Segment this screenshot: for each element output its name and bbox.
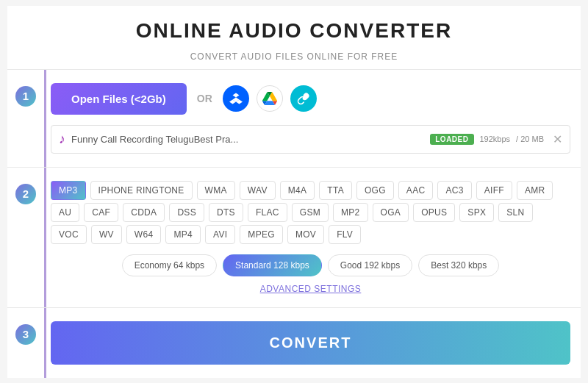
format-tag-aac[interactable]: AAC bbox=[398, 181, 434, 200]
link-icon[interactable] bbox=[290, 85, 317, 112]
page-subtitle: CONVERT AUDIO FILES ONLINE FOR FREE bbox=[7, 47, 581, 69]
format-tag-flv[interactable]: FLV bbox=[329, 225, 361, 244]
loaded-badge: LOADED bbox=[430, 134, 473, 145]
format-tag-opus[interactable]: OPUS bbox=[413, 203, 455, 222]
format-tag-wma[interactable]: WMA bbox=[197, 181, 235, 200]
step-1-number-container: 1 bbox=[7, 70, 44, 167]
format-tag-wav[interactable]: WAV bbox=[240, 181, 276, 200]
google-drive-icon[interactable] bbox=[257, 85, 283, 112]
format-tag-avi[interactable]: AVI bbox=[205, 225, 235, 244]
format-tag-sln[interactable]: SLN bbox=[498, 203, 532, 222]
quality-btn-standard-128-kbps[interactable]: Standard 128 kbps bbox=[223, 254, 322, 276]
format-tag-mp4[interactable]: MP4 bbox=[165, 225, 201, 244]
file-row: ♪ Funny Call Recording TeluguBest Pra...… bbox=[51, 125, 570, 154]
step-1-circle: 1 bbox=[15, 86, 36, 107]
quality-btn-good-192-kbps[interactable]: Good 192 kbps bbox=[328, 254, 412, 276]
format-tag-amr[interactable]: AMR bbox=[517, 181, 553, 200]
open-files-button[interactable]: Open Files (<2Gb) bbox=[51, 83, 187, 115]
format-tag-caf[interactable]: CAF bbox=[84, 203, 118, 222]
quality-btn-best-320-kbps[interactable]: Best 320 kbps bbox=[418, 254, 499, 276]
format-tag-mpeg[interactable]: MPEG bbox=[240, 225, 283, 244]
dropbox-icon[interactable] bbox=[223, 85, 249, 112]
quality-row: Economy 64 kbpsStandard 128 kbpsGood 192… bbox=[51, 254, 570, 276]
step-3-row: 3 CONVERT bbox=[7, 307, 581, 378]
format-tag-flac[interactable]: FLAC bbox=[248, 203, 287, 222]
format-tag-oga[interactable]: OGA bbox=[373, 203, 409, 222]
cloud-icons-group bbox=[223, 85, 317, 112]
format-tag-dss[interactable]: DSS bbox=[169, 203, 204, 222]
format-tag-w64[interactable]: W64 bbox=[126, 225, 162, 244]
format-tag-gsm[interactable]: GSM bbox=[292, 203, 329, 222]
format-tag-au[interactable]: AU bbox=[51, 203, 79, 222]
format-tag-m4a[interactable]: M4A bbox=[280, 181, 315, 200]
format-tag-aiff[interactable]: AIFF bbox=[476, 181, 512, 200]
step-3-content: CONVERT bbox=[44, 308, 581, 378]
step-1-actions: Open Files (<2Gb) OR bbox=[51, 83, 570, 115]
quality-btn-economy-64-kbps[interactable]: Economy 64 kbps bbox=[122, 254, 217, 276]
format-tag-mp3[interactable]: MP3 bbox=[51, 181, 86, 200]
page-title: ONLINE AUDIO CONVERTER bbox=[7, 19, 581, 43]
file-size: / 20 MB bbox=[516, 135, 544, 143]
format-tag-ac3[interactable]: AC3 bbox=[437, 181, 471, 200]
step-2-row: 2 MP3IPHONE RINGTONEWMAWAVM4ATTAOGGAACAC… bbox=[7, 167, 581, 307]
file-name: Funny Call Recording TeluguBest Pra... bbox=[71, 134, 424, 145]
format-grid: MP3IPHONE RINGTONEWMAWAVM4ATTAOGGAACAC3A… bbox=[51, 181, 570, 244]
file-bitrate: 192kbps bbox=[480, 135, 511, 143]
step-2-number-container: 2 bbox=[7, 168, 44, 307]
format-tag-ogg[interactable]: OGG bbox=[356, 181, 394, 200]
format-tag-mov[interactable]: MOV bbox=[287, 225, 324, 244]
format-tag-mp2[interactable]: MP2 bbox=[333, 203, 368, 222]
format-tag-cdda[interactable]: CDDA bbox=[123, 203, 165, 222]
file-icon: ♪ bbox=[59, 132, 65, 147]
step-2-circle: 2 bbox=[15, 184, 36, 204]
step-3-circle: 3 bbox=[15, 324, 36, 345]
format-tag-dts[interactable]: DTS bbox=[209, 203, 243, 222]
format-tag-wv[interactable]: WV bbox=[91, 225, 122, 244]
advanced-settings-link[interactable]: ADVANCED SETTINGS bbox=[51, 284, 570, 294]
step-3-number-container: 3 bbox=[7, 308, 44, 378]
close-file-button[interactable]: ✕ bbox=[553, 132, 562, 146]
or-label: OR bbox=[197, 93, 212, 104]
format-tag-voc[interactable]: VOC bbox=[51, 225, 87, 244]
format-tag-spx[interactable]: SPX bbox=[459, 203, 494, 222]
page-header: ONLINE AUDIO CONVERTER bbox=[7, 6, 581, 47]
step-1-row: 1 Open Files (<2Gb) OR bbox=[7, 69, 581, 167]
step-1-content: Open Files (<2Gb) OR bbox=[44, 70, 581, 167]
step-2-content: MP3IPHONE RINGTONEWMAWAVM4ATTAOGGAACAC3A… bbox=[44, 168, 581, 307]
format-tag-tta[interactable]: TTA bbox=[319, 181, 352, 200]
convert-button[interactable]: CONVERT bbox=[51, 321, 570, 365]
format-tag-iphone-ringtone[interactable]: IPHONE RINGTONE bbox=[90, 181, 193, 200]
